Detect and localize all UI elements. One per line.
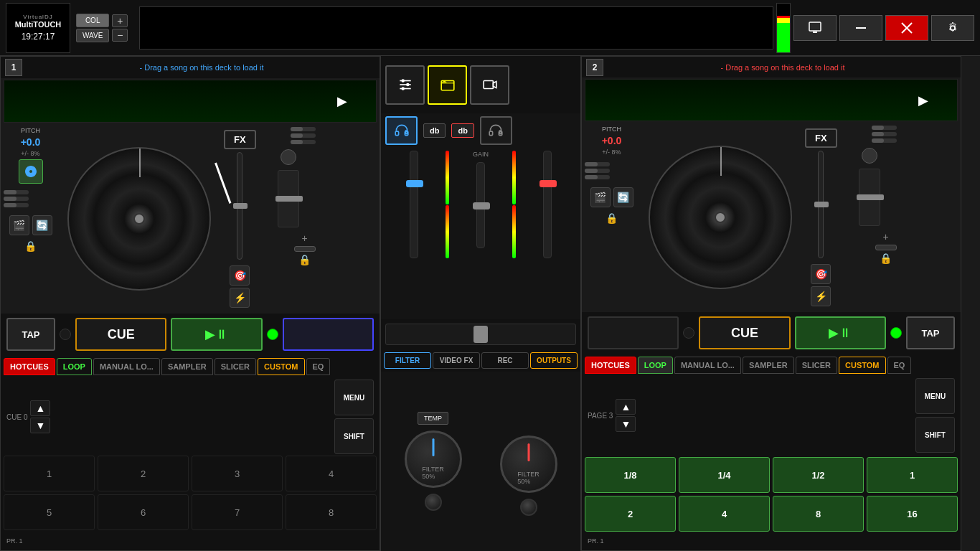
deck2-loop-pad-2[interactable]: 2 (585, 496, 676, 532)
deck1-fx-button[interactable]: FX (224, 130, 256, 149)
deck1-play-mini[interactable]: ▶ (337, 93, 347, 109)
deck2-loop-pad-8[interactable]: 8 (773, 496, 864, 532)
mixer-db-left[interactable]: db (423, 123, 446, 138)
d2-eq-hi-track[interactable] (585, 162, 610, 166)
d2-eq-mid-track[interactable] (585, 169, 610, 173)
r-eq-hi-track[interactable] (291, 127, 316, 131)
d2r-eq-hi-track[interactable] (872, 126, 897, 130)
mixer-tab-videofx[interactable]: VIDEO FX (433, 352, 480, 369)
deck2-loop-pad-1-2[interactable]: 1/2 (773, 457, 864, 493)
deck1-tab-slicer[interactable]: SLICER (215, 358, 256, 375)
deck1-pitch-track[interactable] (237, 152, 242, 260)
deck2-tab-custom[interactable]: CUSTOM (839, 357, 885, 374)
deck2-loop-pad-1[interactable]: 1 (867, 457, 958, 493)
filter-led-right[interactable] (520, 499, 537, 516)
mixer-tab-outputs[interactable]: OUTPUTS (530, 352, 578, 369)
deck2-page-up[interactable]: ▲ (616, 399, 636, 415)
deck2-sync-button[interactable]: ⚡ (811, 286, 831, 306)
filter-led-left[interactable] (425, 494, 442, 511)
deck2-tab-sampler[interactable]: SAMPLER (743, 357, 794, 374)
deck1-tab-custom[interactable]: CUSTOM (258, 358, 304, 375)
mixer-video-button[interactable] (470, 65, 509, 105)
mixer-headphone-left[interactable] (385, 116, 418, 145)
deck1-tab-manual[interactable]: MANUAL LO... (93, 358, 160, 375)
deck2-cue-button[interactable]: CUE (699, 316, 790, 349)
deck2-play-mini[interactable]: ▶ (918, 93, 928, 108)
deck1-pad-6[interactable]: 6 (98, 494, 189, 530)
deck2-tap-button[interactable]: TAP (906, 316, 955, 349)
deck1-play-button[interactable]: ▶⏸ (171, 318, 262, 351)
deck2-plus-icon[interactable]: + (883, 231, 889, 242)
close-button[interactable] (885, 15, 928, 41)
deck1-loop-button[interactable] (283, 318, 374, 351)
deck1-tab-eq[interactable]: EQ (306, 358, 331, 375)
deck2-tab-slicer[interactable]: SLICER (796, 357, 837, 374)
mixer-headphone-right[interactable] (480, 116, 512, 145)
deck1-sync-button[interactable]: ⚡ (230, 288, 250, 308)
deck1-vinyl-button[interactable] (19, 159, 43, 184)
deck1-menu-button[interactable]: MENU (334, 380, 374, 415)
deck1-plus-icon[interactable]: + (302, 232, 308, 244)
deck1-vinyl[interactable] (67, 147, 211, 291)
d2-eq-low-track[interactable] (585, 175, 610, 179)
deck1-page-down[interactable]: ▼ (30, 418, 50, 433)
mixer-tab-filter[interactable]: FILTER (384, 352, 431, 369)
minimize-button[interactable] (839, 15, 882, 41)
mixer-fader-right-track[interactable] (543, 151, 552, 258)
deck1-pad-4[interactable]: 4 (286, 456, 377, 491)
deck2-knob[interactable] (862, 148, 877, 164)
d2r-eq-low-track[interactable] (872, 138, 897, 143)
deck2-loop-button[interactable]: 🔄 (613, 187, 633, 207)
mixer-gain-track[interactable] (476, 162, 485, 248)
deck1-pad-2[interactable]: 2 (98, 456, 189, 491)
deck2-vinyl[interactable] (649, 146, 792, 289)
r-eq-mid-track[interactable] (291, 133, 316, 138)
mixer-db-right[interactable]: db (451, 123, 473, 138)
deck1-pad-7[interactable]: 7 (192, 494, 283, 530)
monitor-button[interactable] (793, 15, 837, 41)
deck1-tap-button[interactable]: TAP (6, 318, 55, 351)
deck2-tab-manual[interactable]: MANUAL LO... (674, 357, 741, 374)
deck2-volume-track[interactable] (859, 169, 880, 226)
r-eq-low-track[interactable] (291, 140, 316, 144)
deck2-cue-icon-button[interactable]: 🎯 (811, 264, 831, 284)
deck1-tab-sampler[interactable]: SAMPLER (161, 358, 213, 375)
deck1-page-up[interactable]: ▲ (30, 400, 50, 416)
zoom-out-button[interactable]: − (112, 29, 128, 42)
deck2-loop-pad-1-8[interactable]: 1/8 (585, 457, 676, 493)
deck2-play-button[interactable]: ▶⏸ (795, 316, 886, 349)
deck1-loop-button[interactable]: 🔄 (32, 215, 52, 235)
deck2-fx-button[interactable]: FX (805, 128, 837, 148)
zoom-in-button[interactable]: + (112, 14, 128, 27)
eq-mid-track[interactable] (4, 197, 29, 201)
mixer-fader-left-track[interactable] (410, 151, 418, 258)
mixer-temp-button[interactable]: TEMP (418, 412, 448, 425)
deck1-pad-8[interactable]: 8 (286, 494, 377, 530)
mixer-tab-rec[interactable]: REC (481, 352, 529, 369)
crossfader-track[interactable] (385, 324, 576, 345)
deck2-menu-button[interactable]: MENU (915, 378, 955, 414)
deck2-loop-pad-16[interactable]: 16 (867, 496, 958, 532)
deck1-knob[interactable] (281, 149, 296, 165)
deck1-volume-track[interactable] (278, 170, 299, 227)
filter-knob-right[interactable]: FILTER50% (500, 435, 557, 493)
deck1-pad-5[interactable]: 5 (4, 494, 95, 530)
deck1-tab-loop[interactable]: LOOP (57, 358, 92, 375)
filter-knob-left[interactable]: FILTER50% (405, 430, 462, 488)
eq-low-track[interactable] (4, 203, 29, 207)
eq-hi-track[interactable] (4, 190, 29, 194)
deck2-tab-hotcues[interactable]: HOTCUES (585, 357, 636, 374)
deck2-empty-button[interactable] (588, 316, 679, 349)
deck1-cue-icon-button[interactable]: 🎯 (230, 265, 250, 286)
deck2-shift-button[interactable]: SHIFT (915, 417, 955, 453)
deck2-page-down[interactable]: ▼ (616, 416, 636, 432)
deck2-tab-loop[interactable]: LOOP (638, 357, 673, 374)
d2r-eq-mid-track[interactable] (872, 132, 897, 136)
wave-button[interactable]: WAVE (76, 29, 109, 42)
deck1-pad-3[interactable]: 3 (192, 456, 283, 491)
deck2-loop-pad-1-4[interactable]: 1/4 (679, 457, 770, 493)
deck2-tab-eq[interactable]: EQ (887, 357, 912, 374)
deck1-film-button[interactable]: 🎬 (9, 215, 29, 235)
mixer-settings-button[interactable] (385, 65, 425, 105)
deck1-shift-button[interactable]: SHIFT (334, 418, 374, 454)
